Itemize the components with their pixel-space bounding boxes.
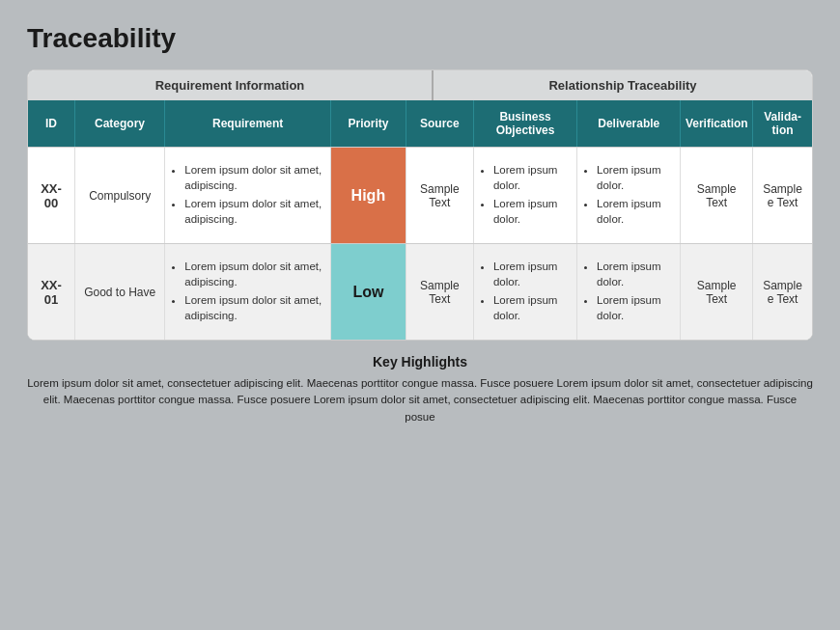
del-item-0-1: Lorem ipsum dolor. (597, 196, 674, 227)
cell-verification-1: Sample Text (681, 244, 753, 340)
col-header-source: Source (406, 100, 474, 147)
del-list-1: Lorem ipsum dolor. Lorem ipsum dolor. (583, 259, 674, 324)
cell-validation-0: Sample e Text (753, 148, 812, 243)
column-header-row: ID Category Requirement Priority Source … (28, 100, 812, 147)
req-item-1-1: Lorem ipsum dolor sit amet, adipiscing. (184, 292, 324, 323)
cell-biz-0: Lorem ipsum dolor. Lorem ipsum dolor. (474, 148, 577, 243)
req-item-0-1: Lorem ipsum dolor sit amet, adipiscing. (184, 196, 324, 227)
cell-validation-1: Sample e Text (753, 244, 812, 340)
del-list-0: Lorem ipsum dolor. Lorem ipsum dolor. (583, 162, 674, 228)
col-header-id: ID (28, 100, 75, 147)
col-header-verification: Verification (681, 100, 753, 147)
page: Traceability Requirement Information Rel… (0, 0, 840, 630)
biz-list-0: Lorem ipsum dolor. Lorem ipsum dolor. (480, 162, 571, 228)
biz-item-1-0: Lorem ipsum dolor. (493, 259, 571, 289)
key-highlights-heading: Key Highlights (27, 354, 813, 370)
req-item-1-0: Lorem ipsum dolor sit amet, adipiscing. (184, 259, 324, 289)
del-item-1-0: Lorem ipsum dolor. (597, 259, 674, 289)
cell-category-0: Compulsory (75, 148, 165, 243)
table-row: XX-00 Compulsory Lorem ipsum dolor sit a… (28, 147, 812, 243)
section-req-info: Requirement Information (28, 70, 434, 100)
traceability-table: Requirement Information Relationship Tra… (27, 69, 813, 341)
col-header-business-objectives: Business Objectives (474, 100, 577, 147)
del-item-1-1: Lorem ipsum dolor. (597, 292, 674, 323)
section-header-row: Requirement Information Relationship Tra… (28, 70, 812, 100)
cell-id-1: XX-01 (28, 244, 75, 340)
biz-list-1: Lorem ipsum dolor. Lorem ipsum dolor. (480, 259, 571, 324)
col-header-deliverable: Deliverable (577, 100, 681, 147)
col-header-validation: Valida-tion (753, 100, 812, 147)
cell-requirement-0: Lorem ipsum dolor sit amet, adipiscing. … (165, 148, 331, 243)
biz-item-1-1: Lorem ipsum dolor. (493, 292, 571, 323)
cell-deliverable-1: Lorem ipsum dolor. Lorem ipsum dolor. (577, 244, 681, 340)
col-header-category: Category (75, 100, 165, 147)
cell-verification-0: Sample Text (681, 148, 753, 243)
cell-requirement-1: Lorem ipsum dolor sit amet, adipiscing. … (165, 244, 331, 340)
req-item-0-0: Lorem ipsum dolor sit amet, adipiscing. (184, 162, 324, 193)
section-rel-trace: Relationship Traceability (434, 70, 812, 100)
key-highlights-text: Lorem ipsum dolor sit amet, consectetuer… (27, 375, 813, 425)
cell-priority-0: High (331, 148, 406, 243)
cell-deliverable-0: Lorem ipsum dolor. Lorem ipsum dolor. (577, 148, 681, 243)
requirement-list-1: Lorem ipsum dolor sit amet, adipiscing. … (171, 259, 324, 324)
requirement-list-0: Lorem ipsum dolor sit amet, adipiscing. … (171, 162, 324, 228)
col-header-priority: Priority (331, 100, 406, 147)
cell-source-1: Sample Text (406, 244, 474, 340)
cell-id-0: XX-00 (28, 148, 75, 243)
biz-item-0-1: Lorem ipsum dolor. (493, 196, 571, 227)
col-header-requirement: Requirement (165, 100, 331, 147)
page-title: Traceability (27, 23, 813, 54)
table-row: XX-01 Good to Have Lorem ipsum dolor sit… (28, 243, 812, 340)
cell-priority-1: Low (331, 244, 406, 340)
del-item-0-0: Lorem ipsum dolor. (597, 162, 674, 193)
biz-item-0-0: Lorem ipsum dolor. (493, 162, 571, 193)
cell-biz-1: Lorem ipsum dolor. Lorem ipsum dolor. (474, 244, 577, 340)
cell-source-0: Sample Text (406, 148, 474, 243)
cell-category-1: Good to Have (75, 244, 165, 340)
